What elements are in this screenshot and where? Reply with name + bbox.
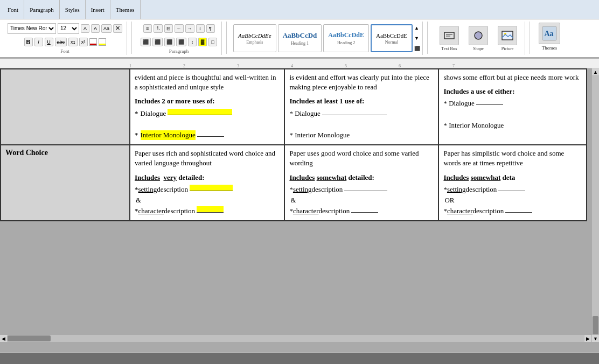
ruler: 1 2 3 4 5 6 7	[0, 59, 599, 68]
word-choice-col2-very: very	[162, 173, 177, 181]
word-choice-col3-body: Paper uses good word choice and some var…	[289, 149, 419, 167]
word-choice-col4-or: OR	[444, 195, 582, 205]
highlight-color-bar	[99, 44, 106, 45]
scroll-up-button[interactable]: ▲	[592, 68, 599, 76]
vertical-scrollbar[interactable]: ▲ ▼	[591, 68, 599, 342]
show-formatting-button[interactable]: ¶	[206, 24, 215, 33]
indent-increase-button[interactable]: →	[185, 24, 194, 33]
word-choice-col4-deta: deta	[503, 173, 516, 181]
text-box-svg	[443, 29, 456, 42]
underline-button[interactable]: U	[45, 38, 53, 46]
strikethrough-button[interactable]: abc	[55, 38, 67, 46]
tab-styles[interactable]: Styles	[60, 0, 86, 19]
font-grow-button[interactable]: A	[81, 24, 89, 33]
justify-button[interactable]: ⬛	[176, 38, 186, 46]
picture-button[interactable]: Picture	[494, 26, 520, 51]
scroll-down-button[interactable]: ▼	[592, 334, 599, 342]
style-heading2[interactable]: AaBbCcDdE Heading 2	[323, 24, 369, 52]
row-above-col2-monologue: * Interior Monologue	[135, 130, 280, 140]
align-left-button[interactable]: ⬛	[141, 38, 151, 46]
row-above-col3-blank1	[322, 109, 387, 115]
row-above-col3-dialogue-text: * Dialogue	[289, 109, 320, 118]
font-size-select[interactable]: 12	[58, 23, 79, 34]
indent-decrease-button[interactable]: ←	[175, 24, 184, 33]
shape-svg	[472, 29, 485, 42]
styles-scroll[interactable]: ▲ ▼ ⬛	[414, 24, 420, 52]
row-above-col2-text: evident and piece is thoughtful and well…	[135, 73, 276, 91]
font-case-button[interactable]: Aa	[101, 24, 112, 33]
highlight-color-indicator[interactable]	[99, 38, 106, 46]
tab-font[interactable]: Font	[2, 0, 24, 19]
line-spacing-button[interactable]: ↕	[188, 38, 197, 46]
word-choice-col2-detailed: detailed:	[178, 173, 204, 181]
ribbon-main: Times New Roman 12 A A Aa ✕ B I U abc x₂…	[0, 19, 599, 58]
word-choice-col2-setting-text: setting	[138, 185, 157, 194]
scrollbar-h-thumb[interactable]	[8, 335, 51, 341]
subscript-button[interactable]: x₂	[68, 38, 78, 46]
shading-button[interactable]: ▓	[198, 38, 207, 46]
font-shrink-button[interactable]: A	[91, 24, 100, 33]
word-choice-col4-desc1: description	[466, 185, 497, 194]
scroll-left-button[interactable]: ◀	[0, 335, 8, 342]
italic-button[interactable]: I	[34, 38, 43, 46]
row-above-col3-includes: Includes at least 1 use of:	[289, 97, 364, 105]
bullets-button[interactable]: ≡	[143, 24, 152, 33]
word-choice-col2-includes: Includes	[135, 173, 160, 181]
clear-formatting-button[interactable]: ✕	[113, 24, 122, 33]
heading2-preview: AaBbCcDdE	[328, 31, 364, 39]
tab-paragraph[interactable]: Paragraph	[24, 0, 60, 19]
font-color-indicator[interactable]	[89, 38, 97, 46]
table-row-above: evident and piece is thoughtful and well…	[1, 69, 587, 145]
scroll-right-button[interactable]: ▶	[584, 335, 591, 342]
style-normal[interactable]: AaBbCcDdE Normal	[371, 24, 413, 52]
word-choice-col3-character-text: character	[293, 206, 319, 216]
word-choice-col4-blank2	[505, 206, 532, 213]
font-name-select[interactable]: Times New Roman	[8, 23, 56, 34]
styles-expand[interactable]: ⬛	[414, 46, 420, 51]
border-button[interactable]: □	[208, 38, 217, 46]
divider-4	[530, 22, 530, 54]
row-above-col2-includes-line: Includes 2 or more uses of:	[135, 96, 280, 106]
styles-group: AaBbCcDdEe Emphasis AaBbCcDd Heading 1 A…	[231, 22, 423, 55]
align-right-button[interactable]: ⬛	[164, 38, 175, 46]
word-choice-col2-body: Paper uses rich and sophisticated word c…	[135, 149, 275, 167]
status-bar	[0, 353, 599, 364]
word-choice-col2-character: * character description	[135, 206, 280, 216]
word-choice-col3-includes: Includes	[289, 173, 315, 181]
word-choice-col4-blank1	[498, 185, 525, 191]
row-above-col3-dialogue: * Dialogue	[289, 109, 434, 118]
superscript-button[interactable]: x²	[79, 38, 88, 46]
bold-button[interactable]: B	[24, 38, 33, 46]
row-above-col2: evident and piece is thoughtful and well…	[130, 69, 284, 145]
normal-label: Normal	[376, 40, 407, 45]
themes-button[interactable]: Aa	[539, 23, 560, 44]
styles-scroll-up[interactable]: ▲	[414, 25, 420, 31]
ruler-mark-1: 1	[129, 64, 131, 68]
word-choice-label-cell: Word Choice	[1, 145, 130, 221]
align-center-button[interactable]: ⬛	[152, 38, 163, 46]
row-above-col4-monologue: * Interior Monologue	[443, 121, 582, 130]
word-choice-col4-character-text: character	[447, 206, 473, 216]
word-choice-col3: Paper uses good word choice and some var…	[284, 145, 438, 221]
numbering-button[interactable]: ⒈	[154, 24, 163, 33]
horizontal-scrollbar[interactable]: ◀ ▶	[0, 334, 591, 342]
word-choice-col3-detailed: detailed:	[348, 173, 374, 181]
tab-insert[interactable]: Insert	[86, 0, 110, 19]
shape-label: Shape	[473, 46, 484, 51]
ruler-mark-5: 5	[345, 64, 347, 68]
style-emphasis[interactable]: AaBbCcDdEe Emphasis	[233, 24, 276, 52]
word-choice-col3-includes-line: Includes somewhat detailed:	[289, 173, 434, 183]
styles-scroll-down[interactable]: ▼	[414, 36, 420, 41]
picture-svg	[501, 29, 514, 42]
multilevel-button[interactable]: ⊟	[164, 24, 173, 33]
divider-3	[427, 22, 428, 54]
divider-2	[226, 22, 227, 54]
text-box-button[interactable]: Text Box	[436, 26, 462, 51]
style-heading1[interactable]: AaBbCcDd Heading 1	[278, 24, 322, 52]
shape-button[interactable]: Shape	[465, 26, 491, 51]
row-above-col2-includes: Includes 2 or more uses of:	[135, 97, 215, 105]
row-above-col4-text: shows some effort but at piece needs mor…	[443, 73, 579, 81]
sort-button[interactable]: ↕	[196, 24, 205, 33]
tab-themes[interactable]: Themes	[110, 0, 141, 19]
picture-icon	[498, 26, 517, 45]
